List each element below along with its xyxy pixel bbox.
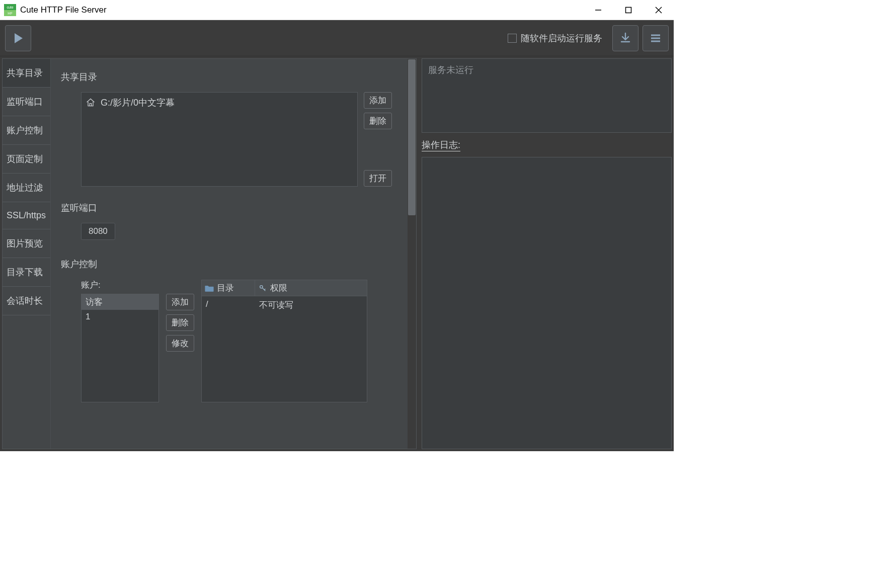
permissions-header: 目录 权限: [201, 280, 367, 296]
service-status-box: 服务未运行: [422, 58, 672, 133]
share-section-title: 共享目录: [61, 71, 403, 83]
window-minimize-button[interactable]: [583, 0, 613, 20]
play-icon: [12, 32, 25, 45]
menu-button[interactable]: [643, 25, 669, 51]
permissions-table: 目录 权限: [201, 280, 367, 402]
download-icon: [619, 32, 632, 45]
share-dir-item[interactable]: G:/影片/0中文字幕: [86, 96, 353, 110]
account-add-button[interactable]: 添加: [166, 294, 194, 310]
app-title: Cute HTTP File Server: [20, 5, 583, 15]
share-dir-path: G:/影片/0中文字幕: [101, 97, 175, 109]
svg-text:cute: cute: [7, 6, 13, 9]
nav-address-filter[interactable]: 地址过滤: [3, 174, 50, 202]
toolbar: 随软件启动运行服务: [0, 20, 674, 56]
settings-pane: 共享目录 监听端口 账户控制 页面定制 地址过滤 SSL/https 图片预览 …: [2, 58, 417, 449]
status-pane: 服务未运行 操作日志:: [422, 58, 672, 449]
permission-row[interactable]: / 不可读写: [202, 296, 367, 314]
app-icon: cute HF: [4, 4, 16, 16]
start-service-button[interactable]: [5, 25, 31, 51]
settings-content: 共享目录 G:/影片/0中文字幕 添加 删除: [51, 59, 416, 449]
perm-header-perm[interactable]: 权限: [255, 280, 367, 296]
svg-rect-5: [626, 7, 631, 13]
nav-listen-port[interactable]: 监听端口: [3, 88, 50, 116]
share-dir-list[interactable]: G:/影片/0中文字幕: [81, 92, 358, 187]
nav-accounts[interactable]: 账户控制: [3, 116, 50, 145]
checkbox-icon: [508, 34, 517, 43]
service-status-text: 服务未运行: [428, 65, 473, 75]
key-icon: [258, 284, 267, 292]
perm-header-dir[interactable]: 目录: [202, 280, 255, 296]
run-on-startup-checkbox[interactable]: 随软件启动运行服务: [508, 32, 602, 44]
nav-image-preview[interactable]: 图片预览: [3, 229, 50, 258]
port-input[interactable]: 8080: [81, 223, 115, 240]
log-label: 操作日志:: [422, 137, 672, 153]
window-maximize-button[interactable]: [613, 0, 644, 20]
share-remove-button[interactable]: 删除: [364, 113, 392, 129]
svg-point-12: [260, 285, 263, 288]
nav-session-timeout[interactable]: 会话时长: [3, 287, 50, 315]
scrollbar-thumb[interactable]: [408, 59, 416, 215]
accounts-list[interactable]: 访客 1: [81, 294, 159, 402]
account-remove-button[interactable]: 删除: [166, 314, 194, 331]
perm-value-cell: 不可读写: [255, 296, 367, 314]
settings-scrollbar[interactable]: [408, 59, 416, 449]
download-button[interactable]: [612, 25, 638, 51]
nav-page-custom[interactable]: 页面定制: [3, 145, 50, 174]
share-open-button[interactable]: 打开: [364, 170, 392, 187]
nav-ssl-https[interactable]: SSL/https: [3, 202, 50, 229]
folder-icon: [205, 284, 214, 292]
run-on-startup-label: 随软件启动运行服务: [521, 32, 602, 44]
svg-marker-8: [15, 33, 23, 43]
titlebar: cute HF Cute HTTP File Server: [0, 0, 674, 20]
perm-dir-cell: /: [202, 296, 255, 314]
account-item[interactable]: 访客: [82, 294, 158, 310]
home-icon: [86, 98, 96, 108]
window-close-button[interactable]: [644, 0, 674, 20]
nav-share-dir[interactable]: 共享目录: [3, 59, 50, 88]
account-edit-button[interactable]: 修改: [166, 335, 194, 352]
log-box[interactable]: [422, 157, 672, 449]
svg-text:HF: HF: [8, 12, 12, 15]
accounts-section-title: 账户控制: [61, 258, 403, 270]
share-add-button[interactable]: 添加: [364, 92, 392, 109]
nav-dir-download[interactable]: 目录下载: [3, 258, 50, 287]
port-section-title: 监听端口: [61, 202, 403, 214]
account-item[interactable]: 1: [82, 310, 158, 324]
settings-nav: 共享目录 监听端口 账户控制 页面定制 地址过滤 SSL/https 图片预览 …: [3, 59, 51, 449]
hamburger-icon: [649, 32, 662, 45]
